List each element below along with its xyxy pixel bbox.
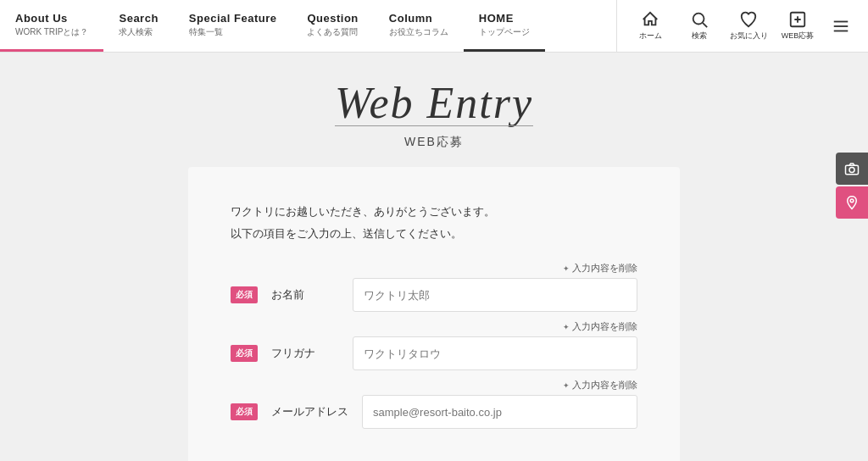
- form-intro: ワクトリにお越しいただき、ありがとうございます。 以下の項目をご入力の上、送信し…: [231, 201, 637, 245]
- nav-subtitle-special: 特集一覧: [189, 26, 277, 38]
- sidebar-float: [836, 153, 868, 219]
- hero-script: Web Entry: [335, 78, 533, 128]
- header: About UsWORK TRIPとは？Search求人検索Special Fe…: [0, 0, 868, 53]
- form-field-row-furigana: 必須 フリガナ: [231, 336, 637, 370]
- field-label-email: メールアドレス: [271, 404, 348, 419]
- nav-subtitle-search: 求人検索: [119, 26, 158, 38]
- nav-subtitle-home: トップページ: [479, 26, 530, 38]
- svg-point-7: [849, 168, 854, 173]
- nav-item-home[interactable]: HOMEトップページ: [464, 0, 545, 52]
- icon-favorite-label: お気に入り: [730, 31, 768, 42]
- required-badge-furigana: 必須: [231, 345, 258, 362]
- nav-title-home: HOME: [479, 12, 530, 25]
- form-field-row-email: 必須 メールアドレス: [231, 395, 637, 429]
- camera-button[interactable]: [836, 153, 868, 185]
- nav-title-special: Special Feature: [189, 12, 277, 25]
- svg-point-0: [693, 14, 704, 25]
- required-badge-name: 必須: [231, 286, 258, 303]
- hero-sub: WEB応募: [0, 135, 868, 150]
- icon-search[interactable]: 検索: [675, 0, 724, 53]
- nav-subtitle-column: お役立ちコラム: [389, 26, 448, 38]
- hero-title: Web Entry WEB応募: [0, 78, 868, 150]
- icon-search-label: 検索: [692, 31, 707, 42]
- form-row-email: 入力内容を削除 必須 メールアドレス: [231, 379, 637, 429]
- nav-item-search[interactable]: Search求人検索: [103, 0, 173, 52]
- nav-item-column[interactable]: Columnお役立ちコラム: [374, 0, 464, 52]
- hamburger-menu[interactable]: [822, 0, 860, 53]
- nav-item-about[interactable]: About UsWORK TRIPとは？: [0, 0, 103, 52]
- field-label-furigana: フリガナ: [271, 346, 339, 361]
- clear-email-button[interactable]: 入力内容を削除: [563, 379, 637, 392]
- form-row-email-header: 入力内容を削除: [231, 379, 637, 392]
- nav-title-column: Column: [389, 12, 448, 25]
- email-input[interactable]: [362, 395, 637, 429]
- furigana-input[interactable]: [353, 336, 637, 370]
- form-row-furigana-header: 入力内容を削除: [231, 320, 637, 333]
- nav-subtitle-about: WORK TRIPとは？: [15, 26, 88, 38]
- required-badge-email: 必須: [231, 403, 258, 420]
- main-nav: About UsWORK TRIPとは？Search求人検索Special Fe…: [0, 0, 616, 52]
- main-content: Web Entry WEB応募 ワクトリにお越しいただき、ありがとうございます。…: [0, 53, 868, 461]
- intro-line2: 以下の項目をご入力の上、送信してください。: [231, 223, 637, 245]
- nav-subtitle-question: よくある質問: [307, 26, 358, 38]
- form-field-row-name: 必須 お名前: [231, 278, 637, 312]
- pin-button[interactable]: [836, 186, 868, 219]
- form-row-name-header: 入力内容を削除: [231, 262, 637, 275]
- icon-home-label: ホーム: [639, 31, 662, 42]
- icon-home[interactable]: ホーム: [626, 0, 675, 53]
- nav-title-search: Search: [119, 12, 158, 25]
- nav-title-question: Question: [307, 12, 358, 25]
- clear-name-button[interactable]: 入力内容を削除: [563, 262, 637, 275]
- field-label-name: お名前: [271, 287, 339, 303]
- nav-item-question[interactable]: Questionよくある質問: [292, 0, 373, 52]
- svg-line-1: [703, 23, 707, 27]
- name-input[interactable]: [353, 278, 637, 312]
- icon-favorite[interactable]: お気に入り: [724, 0, 773, 53]
- intro-line1: ワクトリにお越しいただき、ありがとうございます。: [231, 201, 637, 223]
- nav-item-special[interactable]: Special Feature特集一覧: [174, 0, 292, 52]
- icon-entry[interactable]: WEB応募: [773, 0, 822, 53]
- nav-title-about: About Us: [15, 12, 88, 25]
- clear-furigana-button[interactable]: 入力内容を削除: [563, 320, 637, 333]
- form-row-furigana: 入力内容を削除 必須 フリガナ: [231, 320, 637, 370]
- icon-entry-label: WEB応募: [782, 31, 815, 42]
- form-card: ワクトリにお越しいただき、ありがとうございます。 以下の項目をご入力の上、送信し…: [188, 167, 680, 461]
- form-row-name: 入力内容を削除 必須 お名前: [231, 262, 637, 312]
- header-icons: ホーム 検索 お気に入り WEB応募: [616, 0, 868, 52]
- svg-point-8: [850, 199, 854, 203]
